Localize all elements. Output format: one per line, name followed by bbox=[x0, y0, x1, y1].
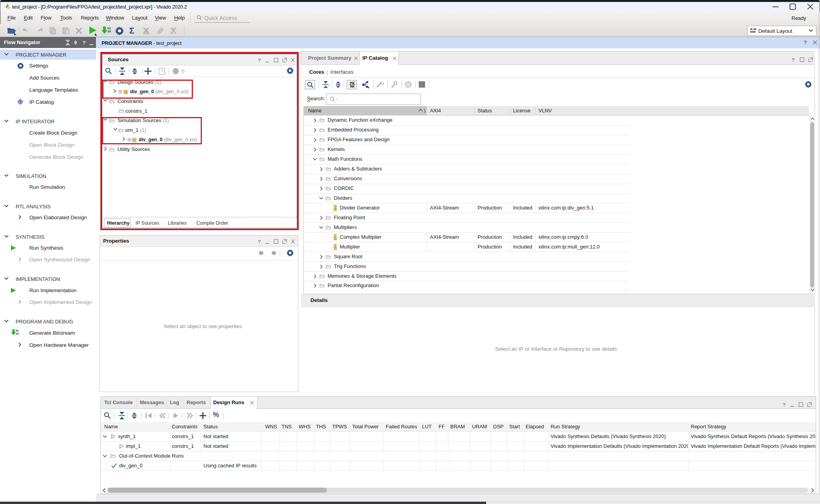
svg-text:?: ? bbox=[258, 239, 261, 245]
svg-text:10: 10 bbox=[16, 332, 19, 335]
svg-text:10: 10 bbox=[107, 30, 111, 33]
svg-text:1: 1 bbox=[424, 109, 426, 113]
svg-text:?: ? bbox=[783, 402, 786, 408]
svg-text:01: 01 bbox=[16, 329, 19, 332]
svg-text:?: ? bbox=[791, 57, 795, 63]
svg-text:?: ? bbox=[82, 40, 86, 46]
svg-text:?: ? bbox=[804, 39, 807, 46]
